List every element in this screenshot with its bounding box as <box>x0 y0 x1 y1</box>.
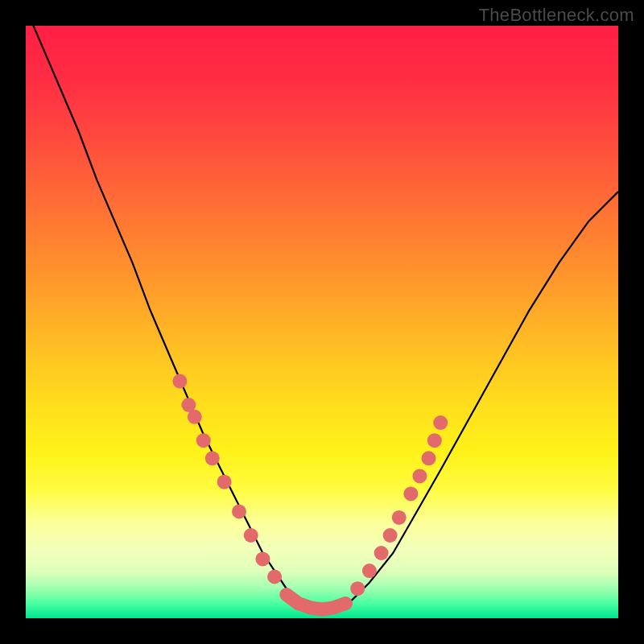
marker-dot-left <box>267 570 282 584</box>
watermark-text: TheBottleneck.com <box>479 5 634 26</box>
chart-frame: TheBottleneck.com <box>0 0 644 644</box>
marker-dot-left <box>188 410 202 424</box>
marker-dot-right <box>350 581 365 596</box>
curve-svg <box>26 26 618 618</box>
marker-dot-left <box>172 374 187 389</box>
marker-dot-right <box>392 510 407 525</box>
marker-dot-left <box>255 551 270 566</box>
marker-dot-right <box>383 528 398 543</box>
marker-dot-left <box>244 528 258 543</box>
marker-dot-left <box>232 505 246 519</box>
marker-dot-right <box>403 486 418 501</box>
marker-dot-right <box>362 564 377 578</box>
markers-left <box>172 374 282 584</box>
marker-dot-right <box>427 433 442 448</box>
marker-dot-right <box>412 469 427 483</box>
plot-area <box>26 26 618 618</box>
marker-dot-left <box>205 451 220 465</box>
marker-dot-left <box>217 475 232 489</box>
markers-right <box>350 415 448 596</box>
marker-dot-right <box>433 415 448 430</box>
marker-dot-left <box>196 433 211 448</box>
marker-dot-right <box>374 546 389 560</box>
bottleneck-curve <box>26 8 618 613</box>
marker-dot-right <box>422 451 436 465</box>
bottom-marker-band <box>287 595 346 609</box>
